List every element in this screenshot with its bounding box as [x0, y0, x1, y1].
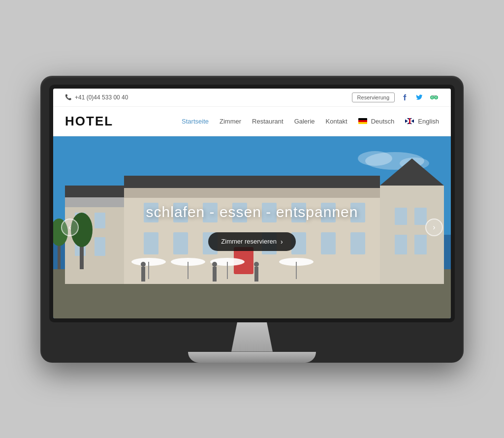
- monitor-screen: 📞 +41 (0)44 533 00 40 Reservierung: [53, 89, 451, 318]
- topbar-right: Reservierung: [352, 93, 439, 102]
- hero-cta-label: Zimmer reservieren: [221, 238, 277, 245]
- main-nav: HOTEL Startseite Zimmer Restaurant Galer…: [53, 107, 451, 136]
- reservation-button[interactable]: Reservierung: [352, 93, 395, 102]
- nav-item-kontakt[interactable]: Kontakt: [326, 117, 347, 125]
- nav-item-restaurant[interactable]: Restaurant: [252, 117, 284, 125]
- nav-item-galerie[interactable]: Galerie: [294, 117, 315, 125]
- nav-item-zimmer[interactable]: Zimmer: [220, 117, 241, 125]
- carousel-next-button[interactable]: ›: [425, 219, 443, 236]
- flag-uk-icon: [405, 118, 414, 124]
- flag-de-icon: [358, 118, 367, 124]
- monitor-base: [188, 352, 316, 363]
- facebook-icon[interactable]: [400, 93, 410, 102]
- site-logo: HOTEL: [65, 114, 113, 129]
- nav-links: Startseite Zimmer Restaurant Galerie Kon…: [182, 117, 439, 125]
- nav-lang-de[interactable]: Deutsch: [358, 118, 395, 125]
- monitor-screen-bezel: 📞 +41 (0)44 533 00 40 Reservierung: [49, 85, 455, 322]
- carousel-prev-button[interactable]: ‹: [61, 219, 79, 236]
- hero-cta-button[interactable]: Zimmer reservieren ›: [208, 232, 295, 251]
- monitor-neck: [222, 322, 282, 352]
- nav-lang-en[interactable]: English: [405, 118, 439, 125]
- hero-tagline: schlafen - essen - entspannen: [146, 204, 358, 220]
- hero-cta-arrow: ›: [281, 238, 283, 246]
- topbar: 📞 +41 (0)44 533 00 40 Reservierung: [53, 89, 451, 107]
- phone-number: +41 (0)44 533 00 40: [75, 94, 128, 101]
- next-arrow-icon: ›: [433, 223, 435, 232]
- hero-section: schlafen - essen - entspannen Zimmer res…: [53, 136, 451, 318]
- phone-info: 📞 +41 (0)44 533 00 40: [65, 94, 128, 101]
- tripadvisor-icon[interactable]: [429, 93, 439, 102]
- svg-point-2: [432, 96, 433, 97]
- svg-point-3: [436, 96, 437, 97]
- hero-overlay: schlafen - essen - entspannen Zimmer res…: [53, 136, 451, 318]
- nav-item-startseite[interactable]: Startseite: [182, 117, 209, 125]
- phone-icon: 📞: [65, 94, 72, 100]
- twitter-icon[interactable]: [414, 93, 424, 102]
- prev-arrow-icon: ‹: [68, 223, 71, 232]
- monitor-outer: 📞 +41 (0)44 533 00 40 Reservierung: [40, 76, 464, 363]
- page-wrapper: 📞 +41 (0)44 533 00 40 Reservierung: [40, 76, 464, 363]
